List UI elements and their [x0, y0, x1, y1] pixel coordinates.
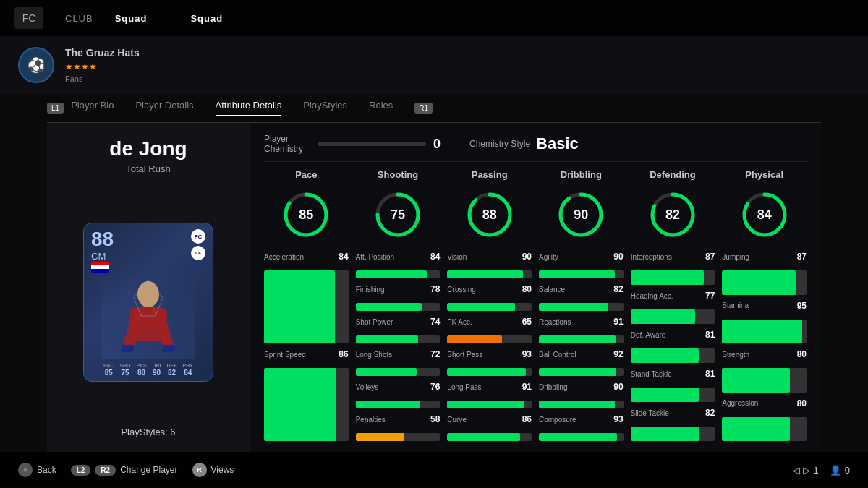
defending-value: 82: [665, 207, 680, 223]
stat-penalties: Penalties 58: [356, 414, 441, 424]
card-stats-row: PAC 85 SHO 75 PAS 88 DRI 90 DEF 82: [98, 359, 199, 381]
card-rating: 88: [91, 229, 114, 249]
tab-playstyles[interactable]: PlayStyles: [303, 100, 347, 116]
card-stat-pas: PAS 88: [137, 363, 147, 377]
stat-name-sprint-speed: Sprint Speed: [264, 351, 322, 359]
physical-gauge: 84: [739, 189, 790, 240]
topbar-squad2[interactable]: Squad: [190, 13, 223, 24]
chem-value: 0: [433, 137, 441, 152]
club-stars: ★★★★: [65, 61, 140, 72]
r-icon: R: [192, 463, 207, 477]
main-content: de Jong Total Rush 88 CM FC LA: [47, 123, 821, 452]
stat-balance: Balance 82: [539, 284, 624, 294]
topbar-squad[interactable]: Squad: [115, 13, 148, 24]
stat-sprint-speed: Sprint Speed 86: [264, 349, 349, 359]
pace-gauge-container: 85: [264, 189, 349, 240]
bar-sprint-speed: [264, 368, 349, 441]
chemistry-row: PlayerChemistry 0 Chemistry Style Basic: [264, 134, 807, 162]
stat-reactions: Reactions 91: [539, 317, 624, 327]
chem-style-label: Chemistry Style: [469, 139, 530, 149]
chem-label: PlayerChemistry: [264, 134, 303, 154]
physical-gauge-container: 84: [722, 189, 807, 240]
svg-rect-2: [163, 345, 175, 352]
chem-style-group: Chemistry Style Basic: [455, 134, 579, 153]
player-panel: de Jong Total Rush 88 CM FC LA: [47, 123, 250, 452]
card-rating-position: 88 CM: [91, 229, 114, 273]
club-avatar: ⚽: [18, 47, 54, 83]
card-stat-dri: DRI 90: [152, 363, 161, 377]
tab-badge-l1: L1: [47, 103, 64, 114]
stat-agility: Agility 90: [539, 252, 624, 262]
dribbling-header: Dribbling: [539, 169, 624, 180]
r2-badge: R2: [95, 465, 116, 476]
card-flag: [91, 262, 109, 273]
views-button[interactable]: R Views: [192, 463, 234, 477]
stat-strength: Strength 80: [722, 349, 807, 359]
stat-heading-acc: Heading Acc. 77: [631, 291, 715, 301]
stat-att-position: Att. Position 84: [356, 252, 441, 262]
logo: FC: [14, 7, 43, 29]
player-name: de Jong: [109, 137, 187, 160]
card-stat-phy: PHY 84: [182, 363, 192, 377]
shooting-header: Shooting: [356, 169, 441, 180]
tab-player-details[interactable]: Player Details: [135, 100, 193, 116]
chem-style-value: Basic: [536, 134, 579, 153]
stats-panel: PlayerChemistry 0 Chemistry Style Basic …: [250, 123, 821, 452]
bottom-left: ○ Back L2 R2 Change Player R Views: [18, 463, 234, 477]
fifa-card: 88 CM FC LA: [83, 223, 213, 382]
top-bar: FC CLUB Squad Squad: [0, 0, 868, 36]
topbar-club[interactable]: CLUB: [65, 13, 93, 24]
back-button[interactable]: ○ Back: [18, 463, 56, 477]
player-subtitle: Total Rush: [109, 163, 187, 174]
person-icon: 👤: [830, 465, 841, 476]
stat-ball-control: Ball Control 92: [539, 349, 624, 359]
views-label: Views: [211, 465, 234, 475]
bar-acceleration: [264, 270, 349, 343]
svg-rect-1: [122, 345, 134, 352]
pace-header: Pace: [264, 169, 349, 180]
l2-badge: L2: [71, 465, 91, 476]
bottom-count1: ◁ ▷ 1: [793, 465, 819, 476]
stat-curve: Curve 86: [447, 414, 532, 424]
tab-attribute-details[interactable]: Attribute Details: [216, 100, 282, 116]
tabs-bar: L1 Player Bio Player Details Attribute D…: [47, 94, 821, 123]
stat-fk-acc: FK Acc. 65: [447, 317, 532, 327]
count1-value: 1: [814, 465, 819, 476]
stat-crossing: Crossing 80: [447, 284, 532, 294]
dribbling-gauge-container: 90: [539, 189, 624, 240]
stat-num-sprint-speed: 86: [334, 349, 349, 359]
tab-player-bio[interactable]: Player Bio: [71, 100, 114, 116]
stat-finishing: Finishing 78: [356, 284, 441, 294]
bottom-count2: 👤 0: [830, 465, 850, 476]
change-player-button[interactable]: L2 R2 Change Player: [71, 465, 178, 476]
svg-point-0: [137, 281, 159, 307]
dribbling-gauge: 90: [556, 189, 606, 240]
club-fans: Fans: [65, 74, 140, 83]
chem-group: PlayerChemistry: [264, 134, 303, 154]
physical-header: Physical: [722, 169, 807, 180]
passing-gauge-container: 88: [447, 189, 532, 240]
club-name: The Gruaz Hats: [65, 47, 140, 59]
bottom-bar: ○ Back L2 R2 Change Player R Views ◁ ▷ 1…: [0, 452, 868, 488]
dribbling-value: 90: [574, 207, 588, 223]
stat-shot-power: Shot Power 74: [356, 317, 441, 327]
stat-stand-tackle: Stand Tackle 81: [631, 369, 715, 379]
back-label: Back: [37, 465, 56, 475]
stat-def-aware: Def. Aware 81: [631, 330, 715, 340]
bottom-right: ◁ ▷ 1 👤 0: [793, 465, 850, 476]
attr-col-defending: Defending 82 Interceptions 87: [631, 169, 715, 441]
stat-num-acceleration: 84: [334, 252, 349, 262]
stat-stamina: Stamina 95: [722, 301, 807, 311]
count2-value: 0: [845, 465, 850, 476]
passing-header: Passing: [447, 169, 532, 180]
stat-jumping: Jumping 87: [722, 252, 807, 262]
stat-aggression: Aggression 80: [722, 398, 807, 408]
stat-dribbling-stat: Dribbling 90: [539, 382, 624, 392]
physical-value: 84: [757, 207, 772, 223]
club-info: The Gruaz Hats ★★★★ Fans: [65, 47, 140, 83]
card-badge-club: FC: [191, 229, 205, 244]
defending-gauge-container: 82: [631, 189, 715, 240]
card-top: 88 CM FC LA: [84, 223, 213, 273]
tab-roles[interactable]: Roles: [369, 100, 393, 116]
card-stat-sho: SHO 75: [119, 363, 130, 377]
